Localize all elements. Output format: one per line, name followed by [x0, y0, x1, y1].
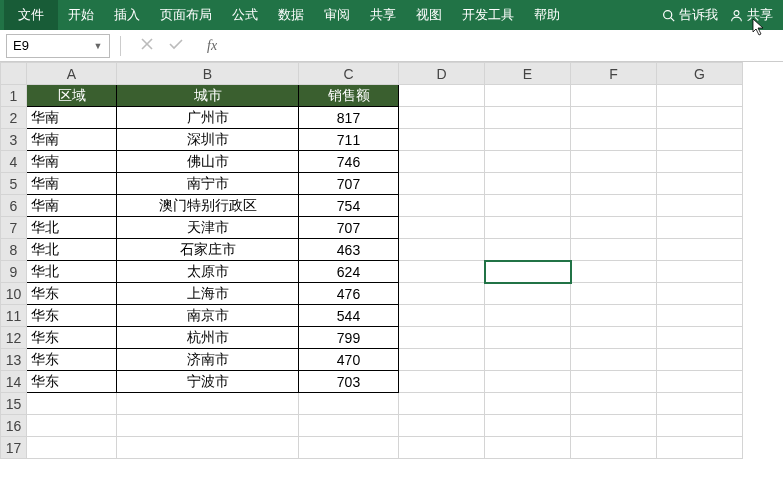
cell[interactable]: 杭州市 [117, 327, 299, 349]
row-header[interactable]: 9 [1, 261, 27, 283]
cell[interactable] [485, 239, 571, 261]
cell[interactable] [299, 437, 399, 459]
cell[interactable] [657, 217, 743, 239]
cell[interactable] [399, 305, 485, 327]
cell[interactable] [399, 195, 485, 217]
cell[interactable] [485, 85, 571, 107]
row-header[interactable]: 11 [1, 305, 27, 327]
cell[interactable]: 华北 [27, 217, 117, 239]
row-header[interactable]: 3 [1, 129, 27, 151]
column-header[interactable]: C [299, 63, 399, 85]
fx-button[interactable]: fx [199, 38, 217, 54]
ribbon-tab[interactable]: 开发工具 [452, 0, 524, 30]
column-header[interactable]: G [657, 63, 743, 85]
cell[interactable] [657, 415, 743, 437]
cell[interactable]: 华东 [27, 305, 117, 327]
cell[interactable]: 宁波市 [117, 371, 299, 393]
cell[interactable] [571, 437, 657, 459]
spreadsheet-area[interactable]: ABCDEFG1区域城市销售额2华南广州市8173华南深圳市7114华南佛山市7… [0, 62, 783, 500]
cell[interactable]: 711 [299, 129, 399, 151]
cell[interactable] [27, 393, 117, 415]
cell[interactable]: 544 [299, 305, 399, 327]
cell[interactable] [657, 151, 743, 173]
cell[interactable]: 799 [299, 327, 399, 349]
cell[interactable]: 南宁市 [117, 173, 299, 195]
cell[interactable]: 区域 [27, 85, 117, 107]
ribbon-tab-file[interactable]: 文件 [4, 0, 58, 30]
cell[interactable]: 华南 [27, 151, 117, 173]
cell[interactable] [485, 305, 571, 327]
cell[interactable]: 广州市 [117, 107, 299, 129]
cell[interactable] [571, 305, 657, 327]
ribbon-tab[interactable]: 数据 [268, 0, 314, 30]
cell[interactable]: 华南 [27, 107, 117, 129]
name-box[interactable] [7, 35, 89, 57]
row-header[interactable]: 6 [1, 195, 27, 217]
cell[interactable]: 佛山市 [117, 151, 299, 173]
ribbon-tab[interactable]: 视图 [406, 0, 452, 30]
cell[interactable]: 746 [299, 151, 399, 173]
cell[interactable]: 华北 [27, 261, 117, 283]
cell[interactable] [571, 261, 657, 283]
formula-input[interactable] [233, 35, 777, 57]
cell[interactable] [27, 415, 117, 437]
cell[interactable] [485, 283, 571, 305]
share-button[interactable]: 共享 [724, 0, 779, 30]
row-header[interactable]: 17 [1, 437, 27, 459]
cell[interactable] [485, 349, 571, 371]
cell[interactable] [27, 437, 117, 459]
cell[interactable] [571, 283, 657, 305]
ribbon-tab[interactable]: 审阅 [314, 0, 360, 30]
cell[interactable] [117, 415, 299, 437]
cell[interactable] [657, 107, 743, 129]
cell[interactable]: 华南 [27, 129, 117, 151]
cell[interactable] [399, 173, 485, 195]
row-header[interactable]: 8 [1, 239, 27, 261]
cell[interactable] [657, 129, 743, 151]
cell[interactable] [399, 129, 485, 151]
cell[interactable] [399, 239, 485, 261]
cell[interactable] [399, 217, 485, 239]
cell[interactable] [399, 283, 485, 305]
ribbon-tab[interactable]: 页面布局 [150, 0, 222, 30]
column-header[interactable]: B [117, 63, 299, 85]
cell[interactable]: 华东 [27, 327, 117, 349]
cell[interactable] [571, 371, 657, 393]
cell[interactable]: 天津市 [117, 217, 299, 239]
row-header[interactable]: 4 [1, 151, 27, 173]
cell[interactable] [399, 107, 485, 129]
cell[interactable] [571, 239, 657, 261]
cell[interactable]: 703 [299, 371, 399, 393]
tell-me-search[interactable]: 告诉我 [656, 0, 724, 30]
cell[interactable] [485, 195, 571, 217]
cell[interactable]: 南京市 [117, 305, 299, 327]
cell[interactable]: 石家庄市 [117, 239, 299, 261]
column-header[interactable]: E [485, 63, 571, 85]
row-header[interactable]: 2 [1, 107, 27, 129]
cell[interactable] [657, 239, 743, 261]
row-header[interactable]: 5 [1, 173, 27, 195]
cell[interactable] [485, 261, 571, 283]
cell[interactable] [399, 349, 485, 371]
cell[interactable] [399, 327, 485, 349]
row-header[interactable]: 13 [1, 349, 27, 371]
ribbon-tab[interactable]: 公式 [222, 0, 268, 30]
cell[interactable] [485, 371, 571, 393]
cell[interactable] [571, 195, 657, 217]
column-header[interactable]: A [27, 63, 117, 85]
cell[interactable] [399, 415, 485, 437]
cell[interactable] [485, 217, 571, 239]
cell[interactable] [485, 437, 571, 459]
ribbon-tab[interactable]: 共享 [360, 0, 406, 30]
cell[interactable]: 707 [299, 217, 399, 239]
cell[interactable] [399, 85, 485, 107]
cell[interactable] [485, 415, 571, 437]
cell[interactable] [485, 129, 571, 151]
cell[interactable]: 上海市 [117, 283, 299, 305]
cell[interactable] [571, 327, 657, 349]
cell[interactable] [571, 129, 657, 151]
cell[interactable]: 华南 [27, 173, 117, 195]
cell[interactable]: 华南 [27, 195, 117, 217]
cell[interactable] [571, 151, 657, 173]
cell[interactable] [657, 327, 743, 349]
